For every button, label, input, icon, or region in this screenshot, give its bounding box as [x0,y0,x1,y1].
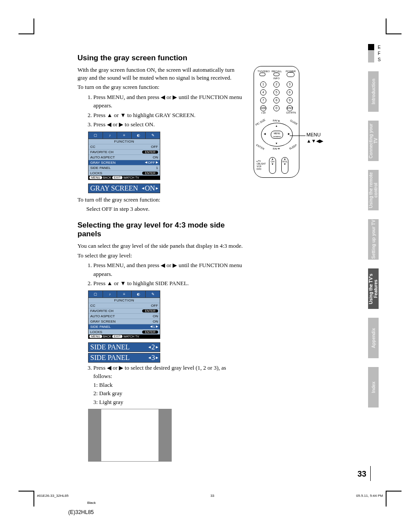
lang-tab-s: S [368,56,386,62]
osd-tab-icon: ≡ [117,132,132,139]
remote-key-2: 2 [273,81,280,88]
osd-row: AUTO ASPECTON [88,154,160,160]
osd-row: GRAY SCREEN◀OFF▶ [88,160,160,165]
osd-menu-2: ▢ ♪ ≡ ◐ ✎ FUNCTION CCOFFFAVORITE CHENTER… [88,290,160,339]
lang-tab-e: E [368,44,386,50]
osd-row: AUTO ASPECTON [88,313,160,319]
remote-key-7: 7 [260,97,266,103]
osd-row-value: ON [153,319,158,323]
heading-gray-screen: Using the gray screen function [77,54,245,62]
steps-list: Press MENU, and then press ◀ or ▶ until … [77,261,245,288]
remote-key-6: 6 [287,89,293,95]
step: Press ▲ or ▼ to highlight SIDE PANEL. [93,279,245,288]
remote-key-4: 4 [260,89,266,95]
remote-key-1: 1 [260,81,266,88]
osd-row-value: OFF [151,304,158,308]
lang-label: F [378,51,380,56]
remote-key-3: 3 [287,81,293,88]
osd-tab-icon: ✎ [146,291,160,297]
callout-menu: MENU [306,132,321,137]
osd-foot-back: BACK [103,335,111,338]
osd-foot-menu: MENU [89,335,102,338]
steps-list: Press MENU, and then press ◀ or ▶ until … [77,93,245,129]
crop-mark [386,18,402,34]
osd-row: CCOFF [88,144,160,149]
callout-arrows: ▲▼◀▶ [306,138,323,144]
remote-body: TV/VIDEO RECALL POWER INFO 1234567891000… [254,66,299,178]
osd-row-label: GRAY SCREEN [90,184,138,192]
osd-row-label: AUTO ASPECT [90,155,115,159]
osd-tab-icon: ♪ [103,132,118,139]
osd-row: LOCKSENTER [88,170,160,176]
callout-line [290,136,306,136]
osd-row-label: FAVORITE CH [90,150,114,154]
osd-row-label: LOCKS [90,171,102,175]
remote-dpad: MENU CH/MENU PIC SIZE GUIDE ENTER SLEEP … [261,123,293,147]
crop-mark [386,491,402,507]
step-text: Press ◀ or ▶ to select the desired gray … [93,364,226,380]
step: Press ◀ or ▶ to select ON. [93,120,245,129]
osd-row-value: ENTER [142,330,158,334]
osd-title: FUNCTION [88,298,160,303]
osd-title: FUNCTION [88,139,160,144]
remote-key-9: 9 [287,97,293,103]
osd-extra-row: GRAY SCREEN◀ON▶ [88,184,160,193]
osd-foot-watch: WATCH TV [123,176,139,179]
osd-foot-exit: EXIT [112,176,123,179]
level-text: 2: Dark gray [93,390,122,397]
side-tab-intro: Introduction [368,71,379,112]
osd-row: LOCKSENTER [88,329,160,334]
osd-row-label: CC [90,145,96,149]
lang-tab-f: F [368,50,386,56]
step: Press ◀ or ▶ to select the desired gray … [93,363,245,407]
osd-row-label: SIDE PANEL [90,343,130,351]
osd-row-label: SIDE PANEL [90,166,111,170]
osd-tab-icon: ◐ [132,291,146,297]
remote-label: INFO [272,77,281,80]
footer-black: Black [87,501,96,505]
side-navigation: E F S Introduction Connecting your TV Us… [368,44,386,408]
footer-line: #01E26-33_32HL85 33 05.5.11, 5:44 PM [37,494,383,498]
lang-label: S [378,57,381,62]
osd-row: SIDE PANEL1 [88,165,160,170]
dpad-center: MENU CH/MENU [271,131,283,139]
remote-label: ENTER [256,143,265,150]
osd-tab-icon: ♪ [103,291,118,297]
step: Press MENU, and then press ◀ or ▶ until … [93,93,245,110]
osd-row-label: SIDE PANEL [90,325,111,329]
osd-row-value: 3 [151,354,155,362]
recall-button [273,73,280,76]
side-tab-appendix: Appendix [368,318,379,358]
osd-row-label: LOCKS [90,330,102,334]
osd-row-value: ENTER [142,309,158,313]
osd-row-value: ON [145,184,155,192]
osd-tab-icon: ▢ [88,132,103,139]
osd-row-label: CC [90,304,96,308]
osd-row: CCOFF [88,303,160,308]
level-text: 1: Black [93,382,113,388]
power-button [287,72,295,77]
remote-label: +10 [259,111,267,114]
osd-row: FAVORITE CHENTER [88,149,160,154]
remote-key-100: 100 [260,105,266,111]
side-tab-index: Index [368,367,379,408]
heading-side-panel: Selecting the gray level for 4:3 mode si… [77,221,245,239]
remote-key-8: 8 [273,97,280,103]
osd-row-label: FAVORITE CH [90,309,114,313]
osd-row: GRAY SCREENON [88,319,160,324]
lang-label: E [378,45,381,50]
osd-foot-watch: WATCH TV [123,335,139,338]
osd-row-value: ENTER [142,171,158,175]
remote-label: CH RTN [286,111,296,114]
level-text: 3: Light gray [93,399,123,405]
osd-foot-exit: EXIT [112,335,123,338]
osd-row-value: 1 [156,166,158,170]
preview-center [101,409,158,462]
osd-foot-menu: MENU [89,176,102,179]
osd-menu-1: ▢ ♪ ≡ ◐ ✎ FUNCTION CCOFFFAVORITE CHENTER… [88,132,160,180]
side-tab-connecting: Connecting your TV [368,121,379,161]
chmenu-label: CH/MENU [271,135,283,139]
remote-label: FAV▲ [272,119,281,122]
osd-tab-icon: ✎ [146,132,160,139]
osd-row-value: OFF [151,145,158,149]
